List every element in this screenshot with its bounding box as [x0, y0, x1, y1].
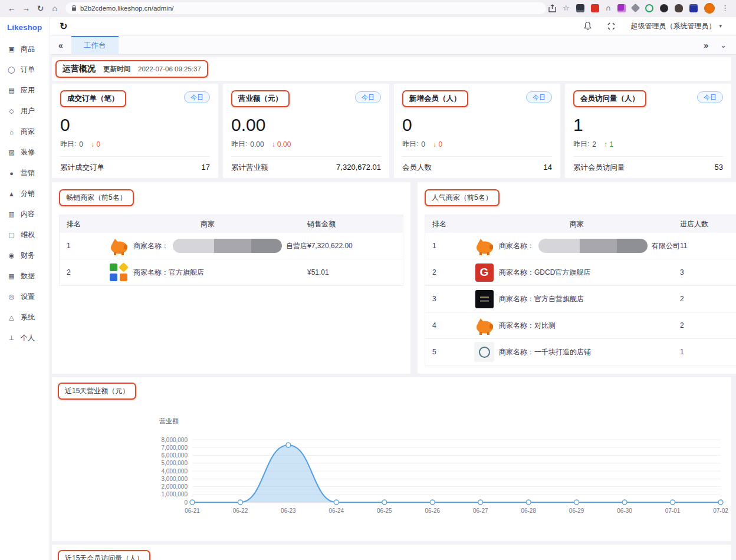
fullscreen-icon[interactable]: [607, 22, 615, 30]
pig-logo-icon: [108, 235, 129, 256]
stat-total-value: 53: [715, 163, 723, 173]
stat-total-label: 会员人数: [402, 163, 432, 173]
circle-logo-icon: [474, 341, 495, 363]
table-row: 1 商家名称： 自营店 ¥7,320,622.00: [60, 233, 403, 259]
extension-diamond-icon[interactable]: [631, 4, 640, 13]
tab-workbench[interactable]: 工作台: [71, 36, 119, 54]
stat-title: 成交订单（笔）: [67, 94, 119, 104]
sidebar-item-marketing[interactable]: ●营销: [0, 163, 50, 183]
stat-total-label: 累计会员访问量: [573, 163, 625, 173]
svg-text:06-22: 06-22: [233, 508, 248, 514]
sidebar-item-content[interactable]: ▥内容: [0, 204, 50, 225]
visitor-count: 2: [680, 321, 736, 330]
tab-bar: « 工作台 » ⌄: [50, 35, 736, 55]
trend-indicator: ↓ 0: [91, 140, 100, 149]
extension-red-icon[interactable]: [591, 4, 599, 12]
sidebar-item-system[interactable]: △系统: [0, 307, 50, 328]
personal-icon: ⊥: [8, 334, 15, 342]
app-logo[interactable]: Likeshop: [0, 17, 50, 39]
users-icon: ◇: [8, 107, 15, 115]
system-icon: △: [8, 314, 15, 321]
merchant-name: 商家名称：一千块打造的店铺: [499, 347, 591, 357]
address-bar[interactable]: b2b2cdemo.likeshop.cn/admin/: [65, 2, 546, 14]
finance-icon: ◉: [8, 252, 15, 259]
dashboard-content: 运营概况 更新时间 2022-07-06 09:25:37 成交订单（笔） 今日…: [50, 55, 736, 560]
column-rank: 排名: [67, 219, 108, 229]
merchant-name: 商家名称：官方自营旗舰店: [499, 294, 584, 304]
table-row: 1 商家名称： 有限公司 11: [425, 233, 736, 259]
bookmark-star-icon[interactable]: ☆: [563, 4, 570, 12]
updated-time-label: 更新时间: [103, 65, 130, 74]
sidebar-item-apps[interactable]: ▤应用: [0, 80, 50, 101]
sidebar: Likeshop ▣商品 ◯订单 ▤应用 ◇用户 ⌂商家 ▨装修 ●营销 ▲分销…: [0, 17, 50, 560]
data-icon: ▦: [8, 272, 15, 280]
sidebar-item-finance[interactable]: ◉财务: [0, 245, 50, 266]
back-icon[interactable]: ←: [6, 0, 18, 17]
profile-avatar[interactable]: [704, 3, 715, 14]
popular-merchants-card: 人气商家（前5名） 排名 商家 进店人数 1: [418, 182, 736, 374]
extension-purple-icon[interactable]: [617, 4, 626, 12]
tabs-overflow-icon[interactable]: »: [704, 41, 708, 50]
stat-card-orders: 成交订单（笔） 今日 0 昨日: 0 ↓ 0 累计成交订单17: [52, 84, 218, 178]
svg-text:06-21: 06-21: [185, 508, 200, 514]
svg-text:4,000,000: 4,000,000: [162, 468, 188, 475]
stat-card-new-members: 新增会员（人） 今日 0 昨日: 0 ↓ 0 会员人数14: [394, 84, 560, 178]
forward-icon[interactable]: →: [20, 0, 32, 17]
trend-arrow-icon: ↓: [272, 140, 275, 149]
stat-title: 会员访问量（人）: [580, 94, 639, 104]
svg-text:5,000,000: 5,000,000: [162, 460, 188, 466]
tabs-menu-icon[interactable]: ⌄: [720, 41, 727, 50]
sidebar-item-personal[interactable]: ⊥个人: [0, 328, 50, 348]
notification-bell-icon[interactable]: [583, 21, 592, 31]
table-row: 3 商家名称：官方自营旗舰店 2: [425, 286, 736, 312]
svg-text:3,000,000: 3,000,000: [162, 476, 188, 482]
extension-green-icon[interactable]: [645, 4, 653, 12]
svg-text:07-02: 07-02: [713, 508, 728, 514]
visits-chart-card: 近15天会员访问量（人）: [52, 545, 731, 560]
pig-logo-icon: [474, 235, 495, 256]
stat-card-revenue: 营业额（元） 今日 0.00 昨日: 0.00 ↓ 0.00 累计营业额7,32…: [223, 84, 389, 178]
popular-table: 排名 商家 进店人数 1 商家名称：: [425, 215, 736, 365]
sidebar-item-decoration[interactable]: ▨装修: [0, 142, 50, 163]
bestsellers-title: 畅销商家（前5名）: [59, 189, 134, 206]
sidebar-item-goods[interactable]: ▣商品: [0, 39, 50, 60]
home-icon[interactable]: ⌂: [49, 0, 61, 17]
pig-logo-icon: [474, 315, 495, 336]
visitor-count: 1: [680, 348, 736, 356]
sidebar-item-orders[interactable]: ◯订单: [0, 60, 50, 80]
lock-icon: [71, 5, 77, 11]
black-logo-icon: [474, 288, 495, 309]
visitor-count: 2: [680, 295, 736, 303]
extension-black-icon[interactable]: [660, 4, 668, 12]
page-refresh-icon[interactable]: ↻: [60, 21, 67, 32]
extension-blue-icon[interactable]: [689, 4, 698, 12]
sidebar-item-aftersale[interactable]: ▢维权: [0, 225, 50, 245]
svg-text:营业额: 营业额: [159, 417, 179, 424]
sidebar-item-merchants[interactable]: ⌂商家: [0, 121, 50, 142]
yesterday-label: 昨日:: [231, 139, 247, 149]
collapse-tabs-icon[interactable]: «: [50, 36, 71, 54]
headset-icon[interactable]: ∩: [606, 4, 611, 12]
sidebar-item-users[interactable]: ◇用户: [0, 101, 50, 121]
content-icon: ▥: [8, 210, 15, 218]
visitor-count: 3: [680, 268, 736, 276]
svg-text:06-26: 06-26: [425, 508, 440, 514]
decoration-icon: ▨: [8, 149, 15, 156]
sidebar-item-distribution[interactable]: ▲分销: [0, 183, 50, 204]
share-icon[interactable]: [548, 4, 556, 12]
table-row: 5 商家名称：一千块打造的店铺 1: [425, 339, 736, 365]
today-badge: 今日: [526, 91, 552, 103]
browser-menu-icon[interactable]: ⋮: [721, 4, 729, 12]
aftersale-icon: ▢: [8, 231, 15, 239]
extension-dark-icon[interactable]: [576, 4, 584, 12]
merchant-name: 商家名称：对比测: [499, 321, 556, 331]
visits-chart-title: 近15天会员访问量（人）: [58, 550, 150, 560]
today-badge: 今日: [184, 91, 210, 103]
sidebar-item-settings[interactable]: ◎设置: [0, 286, 50, 307]
sidebar-item-data[interactable]: ▦数据: [0, 266, 50, 286]
admin-account-dropdown[interactable]: 超级管理员（系统管理员） ▾: [630, 21, 722, 31]
today-badge: 今日: [355, 91, 381, 103]
reload-icon[interactable]: ↻: [34, 0, 46, 17]
stat-value: 0: [402, 115, 552, 135]
extension-paw-icon[interactable]: [675, 4, 683, 12]
